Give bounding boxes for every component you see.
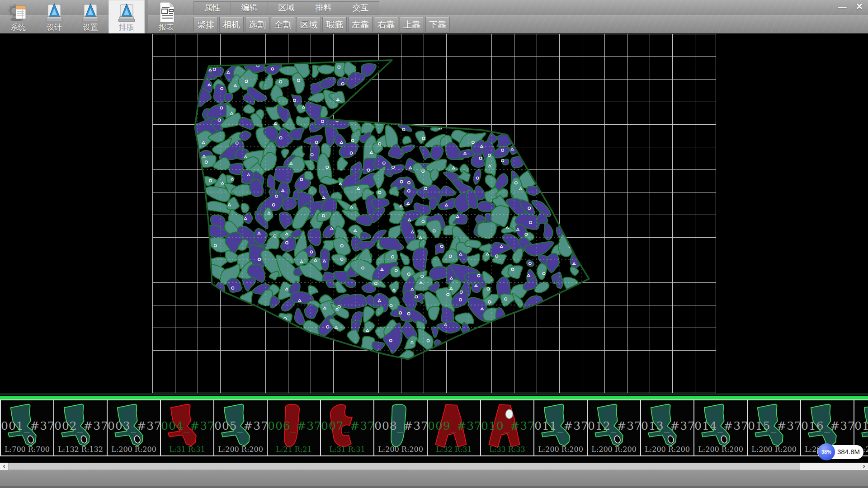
piece-thumbnail bbox=[216, 401, 265, 453]
piece-thumbnail bbox=[642, 401, 692, 453]
nav-button-label: 报表 bbox=[159, 23, 174, 32]
nav-button-label: 设置 bbox=[83, 23, 98, 32]
set-square-icon bbox=[116, 2, 137, 23]
thumbnail-cell[interactable]: 015_#37 L:200 R:200 bbox=[747, 400, 800, 455]
thumbnail-cell[interactable]: 013_#37 L:200 R:200 bbox=[640, 400, 693, 455]
tool-button[interactable]: 下靠 bbox=[425, 17, 450, 33]
piece-thumbnail bbox=[482, 401, 532, 453]
nav-button-system-gear[interactable]: 系统 bbox=[0, 0, 36, 33]
set-square-icon bbox=[44, 2, 65, 23]
header-bar: 系统 设计 设置 排版 报表 属性编辑区域排料交互 聚排相机选割全割区域瑕疵左靠… bbox=[0, 0, 868, 33]
nesting-canvas[interactable] bbox=[0, 33, 868, 398]
thumbnail-cell[interactable]: 009_#37 L:32 R:31 bbox=[427, 400, 480, 455]
scroll-right-arrow[interactable]: › bbox=[860, 463, 868, 470]
piece-thumbnail bbox=[536, 401, 585, 453]
canvas-bottom-line bbox=[0, 394, 868, 394]
thumbnail-cell[interactable]: 005_#37 L:200 R:200 bbox=[213, 400, 267, 455]
strip-separator-line bbox=[0, 396, 868, 399]
nav-button-design-ruler[interactable]: 设计 bbox=[36, 0, 72, 33]
piece-thumbnail-strip: 001_#37 L:700 R:700 002_#37 L:132 R:132 … bbox=[0, 399, 868, 456]
piece-thumbnail bbox=[429, 401, 479, 453]
thumbnail-scrollbar[interactable]: ‹ › bbox=[0, 463, 868, 470]
tool-button[interactable]: 聚排 bbox=[193, 17, 218, 33]
tool-button[interactable]: 全割 bbox=[271, 17, 295, 33]
thumbnail-cell[interactable]: 010_#37 L:33 R:33 bbox=[480, 400, 533, 455]
report-doc-icon bbox=[156, 1, 177, 23]
thumbnail-cell[interactable]: 002_#37 L:132 R:132 bbox=[53, 400, 107, 455]
system-gear-icon bbox=[7, 2, 29, 23]
tool-button[interactable]: 区域 bbox=[297, 17, 321, 33]
piece-thumbnail bbox=[109, 401, 159, 453]
minimize-button[interactable]: — bbox=[835, 1, 849, 13]
piece-thumbnail bbox=[162, 401, 212, 453]
thumbnail-cell[interactable]: 004_#37 L:31 R:31 bbox=[160, 400, 213, 455]
thumbnail-cell[interactable]: 003_#37 L:200 R:200 bbox=[107, 400, 160, 455]
nav-button-label: 设计 bbox=[47, 23, 62, 32]
progress-circle: 38% bbox=[818, 443, 835, 460]
piece-thumbnail bbox=[696, 401, 745, 453]
scrollbar-thumb[interactable] bbox=[8, 463, 800, 470]
app-nav: 系统 设计 设置 排版 报表 bbox=[0, 0, 184, 33]
menu-tab[interactable]: 排料 bbox=[305, 1, 342, 14]
window-controls: — ✕ bbox=[835, 1, 866, 13]
piece-thumbnail bbox=[2, 401, 52, 453]
piece-thumbnail bbox=[269, 401, 319, 453]
nesting-canvas-svg[interactable] bbox=[0, 33, 868, 398]
close-button[interactable]: ✕ bbox=[853, 1, 866, 13]
menu-tab[interactable]: 区域 bbox=[268, 1, 305, 14]
thumbnail-cell[interactable]: 011_#37 L:200 R:200 bbox=[533, 400, 587, 455]
set-square-icon bbox=[80, 2, 101, 23]
piece-thumbnail bbox=[56, 401, 105, 453]
tool-button-bar: 聚排相机选割全割区域瑕疵左靠右靠上靠下靠 bbox=[193, 17, 450, 33]
menu-tab[interactable]: 交互 bbox=[342, 1, 379, 14]
piece-thumbnail bbox=[589, 401, 639, 453]
piece-thumbnail bbox=[322, 401, 372, 453]
nav-button-report-doc[interactable]: 报表 bbox=[148, 0, 184, 33]
thumbnail-cell[interactable]: 007_#37 L:31 R:31 bbox=[320, 400, 373, 455]
menu-tab[interactable]: 编辑 bbox=[231, 1, 268, 14]
progress-percent-label: 38% bbox=[821, 449, 831, 455]
tool-button[interactable]: 选割 bbox=[245, 17, 269, 33]
nav-button-label: 排版 bbox=[119, 23, 134, 32]
menu-tab-bar: 属性编辑区域排料交互 bbox=[193, 1, 379, 14]
piece-thumbnail bbox=[749, 401, 799, 453]
nav-separator bbox=[145, 0, 148, 33]
piece-thumbnail bbox=[376, 401, 425, 453]
tool-button[interactable]: 上靠 bbox=[400, 17, 424, 33]
memory-label: 384.8M bbox=[837, 448, 860, 455]
thumbnail-cell[interactable]: 014_#37 L:200 R:200 bbox=[693, 400, 747, 455]
thumbnail-cell[interactable]: 006_#37 L:21 R:21 bbox=[267, 400, 320, 455]
tool-button[interactable]: 右靠 bbox=[374, 17, 398, 33]
tool-button[interactable]: 相机 bbox=[219, 17, 244, 33]
thumbnail-cell[interactable]: 012_#37 L:200 R:200 bbox=[587, 400, 640, 455]
thumbnail-cell[interactable]: 008_#37 L:200 R:200 bbox=[373, 400, 427, 455]
scroll-left-arrow[interactable]: ‹ bbox=[0, 463, 8, 470]
nav-button-label: 系统 bbox=[10, 23, 26, 32]
tool-button[interactable]: 左靠 bbox=[348, 17, 373, 33]
tool-button[interactable]: 瑕疵 bbox=[322, 17, 347, 33]
nav-button-settings-ruler[interactable]: 设置 bbox=[72, 0, 108, 33]
memory-badge: 38% 384.8M bbox=[817, 445, 863, 459]
nav-button-nesting-ruler[interactable]: 排版 bbox=[108, 0, 145, 33]
menu-tab[interactable]: 属性 bbox=[193, 1, 231, 14]
status-bar bbox=[0, 470, 868, 488]
application-window: { "window": {"minimize": "—", "close": "… bbox=[0, 0, 868, 488]
thumbnail-cell[interactable]: 001_#37 L:700 R:700 bbox=[0, 400, 53, 455]
